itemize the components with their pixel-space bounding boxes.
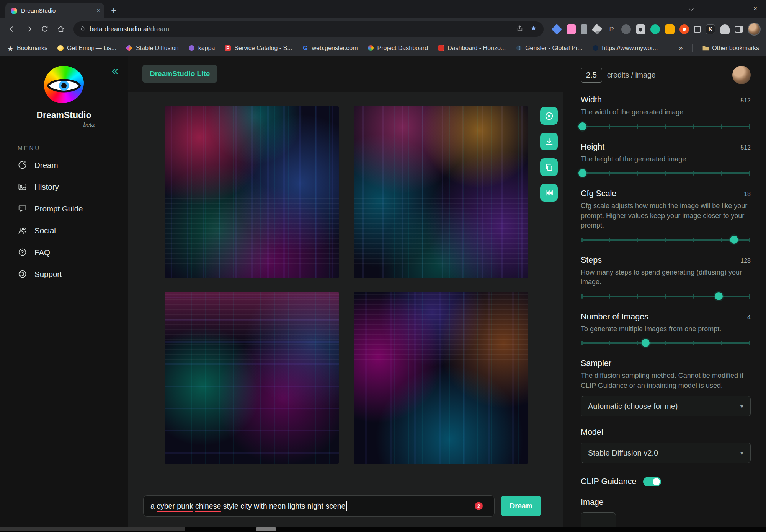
fn-extension-icon[interactable]: f?	[607, 24, 616, 34]
collapse-sidebar-icon[interactable]: «	[111, 64, 117, 76]
horizontal-scrollbar[interactable]	[0, 527, 766, 532]
generated-image-2[interactable]	[354, 106, 528, 278]
bookmark-item-service-catalog[interactable]: PService Catalog - S...	[224, 45, 292, 52]
orange-extension-icon[interactable]	[679, 24, 689, 34]
forward-button[interactable]	[21, 22, 36, 36]
model-select[interactable]: Stable Diffusion v2.0 ▾	[581, 443, 751, 463]
bookmark-extension-icon[interactable]	[581, 24, 587, 34]
crop-extension-icon[interactable]	[694, 26, 701, 33]
sidebar-item-social[interactable]: Social	[0, 220, 128, 241]
g-favicon: G	[302, 45, 309, 52]
bookmark-item-gensler-web[interactable]: Gweb.gensler.com	[302, 45, 358, 52]
gray-dot-extension-icon[interactable]	[621, 24, 631, 34]
pencil-extension-icon[interactable]	[591, 24, 602, 34]
clear-results-button[interactable]	[540, 107, 558, 125]
sidebar: « DreamStudio beta MENU Dream Hist	[0, 56, 128, 527]
bookmark-item-stable-diffusion[interactable]: Stable Diffusion	[126, 45, 179, 52]
height-slider-thumb[interactable]	[578, 169, 586, 177]
puzzle-extension-icon[interactable]	[720, 24, 730, 34]
dreamstudio-app: « DreamStudio beta MENU Dream Hist	[0, 56, 766, 527]
generated-image-4[interactable]	[354, 292, 528, 464]
horizontal-scrollbar-thumb[interactable]	[0, 527, 185, 531]
sidebar-item-prompt-guide[interactable]: Prompt Guide	[0, 198, 128, 220]
sampler-select[interactable]: Automatic (choose for me) ▾	[581, 396, 751, 416]
generated-image-1[interactable]	[165, 106, 339, 278]
number-of-images-slider-thumb[interactable]	[642, 339, 650, 347]
steps-slider-thumb[interactable]	[715, 292, 723, 300]
width-value: 512	[740, 97, 751, 104]
cfg-scale-slider-thumb[interactable]	[730, 236, 738, 244]
download-button[interactable]	[540, 133, 558, 150]
camera-extension-icon[interactable]	[636, 24, 645, 34]
clip-guidance-toggle[interactable]	[643, 477, 661, 486]
prompt-badge: 2	[475, 502, 483, 510]
steps-slider[interactable]	[581, 292, 751, 301]
layers-extension-icon[interactable]	[552, 24, 562, 34]
user-avatar[interactable]	[732, 66, 751, 84]
bookmark-item-bookmarks[interactable]: ★Bookmarks	[7, 45, 47, 52]
prompt-input[interactable]: a cyber punk chinese style city with neo…	[143, 495, 495, 517]
url-text: beta.dreamstudio.ai/dream	[90, 25, 169, 33]
generated-image-3[interactable]	[165, 292, 339, 464]
sidebar-item-dream[interactable]: Dream	[0, 154, 128, 176]
prompt-guide-icon	[18, 204, 27, 213]
diamond-favicon	[126, 44, 133, 51]
width-slider-thumb[interactable]	[578, 122, 586, 130]
bookmark-star-icon[interactable]	[530, 24, 537, 34]
rewind-icon	[544, 188, 554, 198]
home-button[interactable]	[54, 22, 68, 36]
init-image-picker[interactable]: None	[581, 512, 616, 527]
number-of-images-slider[interactable]	[581, 338, 751, 348]
window-maximize-button[interactable]	[723, 0, 745, 18]
steps-label: Steps	[581, 255, 602, 265]
width-label: Width	[581, 95, 602, 105]
window-chevron-icon[interactable]	[680, 0, 702, 18]
k-extension-icon[interactable]: K	[706, 24, 715, 34]
grammarly-extension-icon[interactable]	[650, 24, 660, 34]
brand-name: DreamStudio	[33, 110, 95, 120]
browser-profile-avatar[interactable]	[748, 23, 761, 36]
other-bookmarks-button[interactable]: Other bookmarks	[702, 45, 759, 52]
menu-label: MENU	[18, 145, 128, 151]
image-label: Image	[581, 498, 604, 507]
share-icon[interactable]	[516, 24, 524, 34]
pink-extension-icon[interactable]	[567, 24, 576, 34]
dreamstudio-lite-badge[interactable]: DreamStudio Lite	[142, 65, 217, 83]
bookmark-item-gensler-global[interactable]: Gensler - Global Pr...	[515, 45, 582, 52]
cfg-scale-label: Cfg Scale	[581, 189, 616, 198]
cfg-scale-slider[interactable]	[581, 235, 751, 244]
bookmark-item-mywork[interactable]: https://www.mywor...	[592, 45, 658, 52]
bookmarks-overflow-icon[interactable]: »	[679, 44, 683, 52]
sidebar-item-history[interactable]: History	[0, 176, 128, 198]
bookmark-item-get-emoji[interactable]: Get Emoji — Lis...	[57, 45, 116, 52]
dream-button[interactable]: Dream	[501, 496, 541, 516]
sidebar-item-faq[interactable]: FAQ	[0, 241, 128, 263]
height-slider[interactable]	[581, 169, 751, 178]
dreamstudio-logo[interactable]	[39, 65, 88, 107]
social-icon	[18, 226, 27, 235]
window-minimize-button[interactable]	[702, 0, 723, 18]
horizontal-scrollbar-segment[interactable]	[256, 527, 276, 531]
tab-close-icon[interactable]: ×	[97, 7, 100, 14]
sidebar-item-support[interactable]: Support	[0, 263, 128, 285]
bookmark-item-kappa[interactable]: kappa	[188, 45, 215, 52]
tab-strip: DreamStudio × + ×	[0, 0, 766, 18]
copy-button[interactable]	[540, 158, 558, 176]
new-tab-button[interactable]: +	[107, 4, 120, 17]
rerun-button[interactable]	[540, 184, 558, 202]
bookmark-item-dashboard-horizon[interactable]: Dashboard - Horizo...	[438, 45, 506, 52]
window-close-button[interactable]: ×	[745, 0, 766, 18]
steps-description: How many steps to spend generating (diff…	[581, 268, 751, 287]
yellow-extension-icon[interactable]	[665, 24, 675, 34]
address-bar[interactable]: beta.dreamstudio.ai/dream	[73, 21, 544, 37]
width-slider[interactable]	[581, 122, 751, 131]
bookmark-item-project-dashboard[interactable]: Project Dashboard	[367, 45, 428, 52]
cfg-scale-value: 18	[744, 191, 751, 198]
refresh-button[interactable]	[38, 22, 52, 36]
back-button[interactable]	[5, 22, 20, 36]
browser-tab[interactable]: DreamStudio ×	[5, 3, 104, 18]
side-panel-icon[interactable]	[735, 26, 743, 33]
beta-label: beta	[33, 121, 95, 128]
bookmarks-bar: ★Bookmarks Get Emoji — Lis... Stable Dif…	[0, 40, 766, 56]
smiley-favicon	[57, 45, 64, 51]
